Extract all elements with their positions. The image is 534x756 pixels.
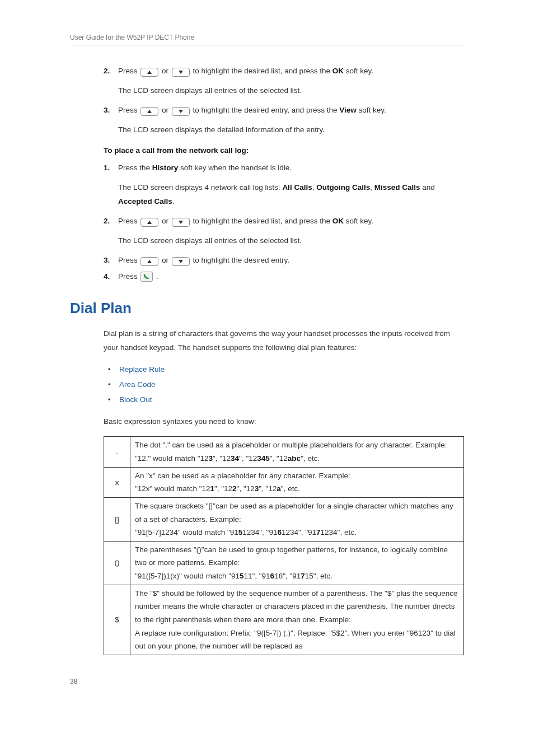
svg-marker-2: [147, 110, 152, 113]
link-block-out[interactable]: Block Out: [119, 395, 152, 404]
list-item: Replace Rule: [104, 363, 464, 377]
history-label: History: [152, 164, 179, 172]
step-subtext: The LCD screen displays the detailed inf…: [118, 123, 464, 137]
running-header: User Guide for the W52P IP DECT Phone: [70, 34, 464, 45]
svg-marker-3: [179, 110, 183, 113]
syntax-table: . The dot "." can be used as a placehold…: [104, 436, 464, 655]
list-item: 4. Press .: [104, 270, 464, 284]
svg-marker-4: [147, 221, 152, 224]
svg-marker-1: [179, 71, 183, 74]
list-item: 2. Press or to highlight the desired lis…: [104, 214, 464, 228]
syntax-desc-cell: The square brackets "[]"can be used as a…: [130, 497, 464, 541]
svg-marker-5: [179, 221, 183, 224]
list-item: Area Code: [104, 378, 464, 392]
syntax-desc-cell: An "x" can be used as a placeholder for …: [130, 467, 464, 497]
step-subtext: The LCD screen displays all entries of t…: [118, 234, 464, 248]
list-item: 3. Press or to highlight the desired ent…: [104, 104, 464, 118]
intro-paragraph: Dial plan is a string of characters that…: [104, 327, 464, 355]
step-list-b2: 2. Press or to highlight the desired lis…: [104, 214, 464, 228]
down-arrow-icon: [172, 218, 190, 227]
svg-marker-7: [179, 260, 183, 263]
syntax-symbol-cell: .: [104, 437, 130, 467]
step-marker: 2.: [104, 64, 118, 78]
page-number: 38: [70, 678, 464, 685]
ok-label: OK: [332, 67, 344, 75]
up-arrow-icon: [140, 257, 158, 266]
step-body: Press or to highlight the desired entry.: [118, 254, 464, 268]
step-marker: 4.: [104, 270, 118, 284]
down-arrow-icon: [172, 68, 190, 77]
link-area-code[interactable]: Area Code: [119, 380, 156, 389]
step-marker: 3.: [104, 104, 118, 118]
list-item: 3. Press or to highlight the desired ent…: [104, 254, 464, 268]
step-body: Press the History soft key when the hand…: [118, 161, 464, 175]
step-list-a: 2. Press or to highlight the desired lis…: [104, 64, 464, 78]
syntax-symbol-cell: (): [104, 541, 130, 585]
step-list-b3: 3. Press or to highlight the desired ent…: [104, 254, 464, 284]
list-item: 2. Press or to highlight the desired lis…: [104, 64, 464, 78]
table-row: () The parentheses "()"can be used to gr…: [104, 541, 464, 585]
table-row: [] The square brackets "[]"can be used a…: [104, 497, 464, 541]
syntax-desc-cell: The "$" should be followed by the sequen…: [130, 585, 464, 655]
ok-label: OK: [332, 217, 344, 225]
link-replace-rule[interactable]: Replace Rule: [119, 365, 165, 374]
step-list-a2: 3. Press or to highlight the desired ent…: [104, 104, 464, 118]
step-body: Press or to highlight the desired list, …: [118, 214, 464, 228]
list-item: 1. Press the History soft key when the h…: [104, 161, 464, 175]
up-arrow-icon: [140, 107, 158, 116]
step-body: Press or to highlight the desired list, …: [118, 64, 464, 78]
syntax-intro: Basic expression syntaxes you need to kn…: [104, 415, 464, 429]
content-area: 2. Press or to highlight the desired lis…: [104, 64, 464, 284]
list-item: Block Out: [104, 393, 464, 407]
step-list-b: 1. Press the History soft key when the h…: [104, 161, 464, 175]
step-subtext: The LCD screen displays all entries of t…: [118, 84, 464, 98]
step-body: Press or to highlight the desired entry,…: [118, 104, 464, 118]
syntax-symbol-cell: []: [104, 497, 130, 541]
table-row: . The dot "." can be used as a placehold…: [104, 437, 464, 467]
table-row: x An "x" can be used as a placeholder fo…: [104, 467, 464, 497]
step-marker: 3.: [104, 254, 118, 268]
syntax-symbol-cell: x: [104, 467, 130, 497]
svg-marker-0: [147, 71, 152, 74]
step-subtext: The LCD screen displays 4 network call l…: [118, 181, 464, 209]
up-arrow-icon: [140, 68, 158, 77]
section-title: Dial Plan: [70, 300, 464, 317]
table-row: $ The "$" should be followed by the sequ…: [104, 585, 464, 655]
down-arrow-icon: [172, 107, 190, 116]
step-marker: 2.: [104, 214, 118, 228]
svg-marker-6: [147, 260, 152, 263]
syntax-symbol-cell: $: [104, 585, 130, 655]
syntax-desc-cell: The dot "." can be used as a placeholder…: [130, 437, 464, 467]
call-icon: [140, 272, 153, 282]
section-body: Dial plan is a string of characters that…: [104, 327, 464, 655]
procedure-heading: To place a call from the network call lo…: [104, 146, 464, 155]
feature-bullets: Replace Rule Area Code Block Out: [104, 363, 464, 407]
page: User Guide for the W52P IP DECT Phone 2.…: [0, 0, 534, 708]
up-arrow-icon: [140, 218, 158, 227]
step-body: Press .: [118, 270, 464, 284]
step-marker: 1.: [104, 161, 118, 175]
view-label: View: [339, 106, 357, 114]
down-arrow-icon: [172, 257, 190, 266]
syntax-desc-cell: The parentheses "()"can be used to group…: [130, 541, 464, 585]
